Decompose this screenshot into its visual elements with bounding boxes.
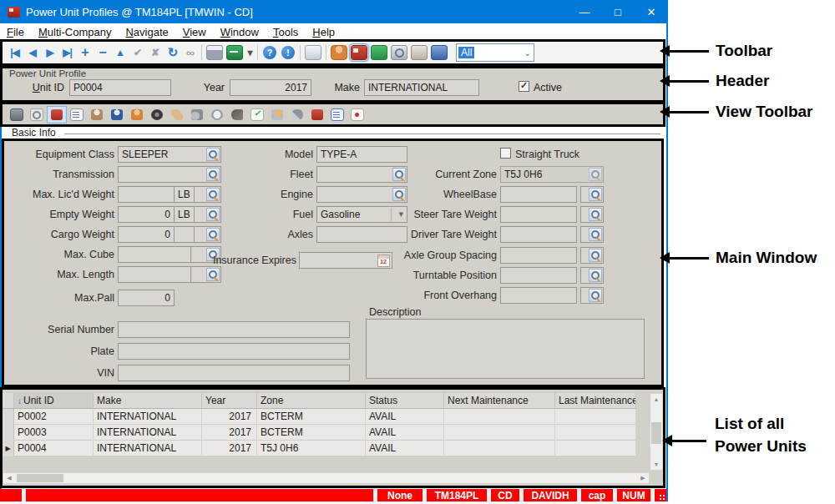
resize-grip[interactable]	[655, 489, 666, 501]
year-field[interactable]: 2017	[230, 79, 311, 96]
description-textarea[interactable]	[366, 319, 645, 379]
lookup-icon[interactable]	[589, 168, 602, 181]
driver-icon[interactable]	[87, 106, 107, 123]
trips-shoe-icon[interactable]	[411, 45, 428, 60]
repair-bandage-icon[interactable]	[167, 106, 187, 123]
table-row-selected[interactable]: ▶ P0004 INTERNATIONAL 2017 T5J 0H6 AVAIL	[3, 441, 636, 456]
parts-icon[interactable]	[187, 106, 207, 123]
document-icon[interactable]	[327, 106, 347, 123]
trace-search-icon[interactable]	[391, 45, 407, 60]
menu-file[interactable]: File	[7, 26, 24, 38]
lookup-icon[interactable]	[589, 269, 602, 282]
scroll-down-icon[interactable]: ▼	[650, 459, 662, 470]
column-header-year[interactable]: Year	[202, 393, 257, 409]
nav-next-icon[interactable]: ▶	[41, 44, 58, 61]
refresh-icon[interactable]: ↻	[164, 44, 181, 61]
vertical-scrollbar[interactable]: ▲ ▼	[650, 393, 663, 471]
help-icon[interactable]: ?	[263, 46, 276, 59]
wheelbase-field[interactable]	[500, 186, 577, 203]
active-checkbox[interactable]	[519, 81, 529, 92]
report-icon[interactable]	[67, 106, 87, 123]
max-length-field[interactable]	[118, 266, 191, 283]
max-length-lookup[interactable]	[190, 266, 221, 283]
menu-navigate[interactable]: Navigate	[125, 26, 168, 38]
tab-basic-info[interactable]: Basic Info	[12, 127, 61, 139]
lookup-icon[interactable]	[589, 188, 602, 201]
nav-prev-icon[interactable]: ◀	[23, 44, 41, 61]
front-overhang-field[interactable]	[500, 287, 577, 304]
maximize-button[interactable]: □	[601, 0, 635, 23]
lookup-icon[interactable]	[589, 249, 602, 262]
certificate-icon[interactable]	[347, 106, 367, 123]
cancel-x-icon[interactable]: ✘	[146, 44, 164, 61]
serial-number-field[interactable]	[118, 321, 350, 338]
menu-multi-company[interactable]: Multi-Company	[38, 26, 111, 38]
scroll-right-icon[interactable]: ▶	[637, 473, 649, 483]
empty-weight-field[interactable]: 0	[118, 206, 175, 223]
add-record-icon[interactable]: +	[76, 44, 94, 61]
make-field[interactable]: INTERNATIONAL	[364, 79, 479, 96]
axle-group-spacing-field[interactable]	[500, 247, 577, 264]
max-licd-weight-field[interactable]	[118, 186, 175, 203]
options-caret-icon[interactable]: ▾	[245, 44, 255, 61]
insurance-expires-field[interactable]	[299, 252, 392, 269]
axle-group-spacing-lookup[interactable]	[580, 247, 604, 264]
lookup-icon[interactable]	[589, 228, 602, 241]
driver-person-icon[interactable]	[331, 45, 347, 60]
key-icon[interactable]	[227, 106, 247, 123]
nav-first-icon[interactable]: |◀	[6, 44, 23, 61]
inspection-check-icon[interactable]	[247, 106, 267, 123]
turntable-position-lookup[interactable]	[580, 267, 604, 284]
print-icon[interactable]	[206, 45, 223, 60]
straight-truck-checkbox[interactable]	[500, 148, 511, 159]
chevron-down-icon[interactable]: ⌄	[524, 48, 531, 58]
tire-icon[interactable]	[147, 106, 167, 123]
menu-window[interactable]: Window	[220, 26, 259, 38]
contact-phone-icon[interactable]	[267, 106, 287, 123]
cargo-weight-field[interactable]: 0	[118, 226, 175, 243]
vin-field[interactable]	[118, 365, 350, 381]
notes-card-icon[interactable]	[305, 45, 321, 60]
column-header-last-maintenance[interactable]: Last Maintenance	[555, 393, 636, 409]
truck-red-icon[interactable]	[307, 106, 327, 123]
safe-icon[interactable]	[7, 106, 27, 123]
steer-tare-weight-lookup[interactable]	[580, 206, 604, 223]
menu-help[interactable]: Help	[312, 26, 335, 38]
move-up-icon[interactable]: ▲	[111, 44, 129, 61]
column-header-next-maintenance[interactable]: Next Maintenance	[444, 393, 555, 409]
max-cube-field[interactable]	[118, 246, 191, 263]
turntable-position-field[interactable]	[500, 267, 577, 284]
binoculars-find-icon[interactable]: ∞	[181, 44, 199, 61]
front-overhang-lookup[interactable]	[580, 287, 604, 304]
table-row[interactable]: P0003 INTERNATIONAL 2017 BCTERM AVAIL	[3, 425, 636, 441]
column-header-unit-id[interactable]: ↓Unit ID	[14, 393, 94, 409]
plate-field[interactable]	[118, 343, 350, 360]
system-computer-icon[interactable]	[431, 45, 448, 60]
column-header-status[interactable]: Status	[366, 393, 444, 409]
driver-tare-weight-lookup[interactable]	[580, 226, 604, 243]
error-info-icon[interactable]: !	[281, 46, 295, 59]
save-check-icon[interactable]: ✔	[129, 44, 146, 61]
minimize-button[interactable]: —	[568, 0, 601, 23]
model-field[interactable]: TYPE-A	[316, 146, 407, 163]
scroll-left-icon[interactable]: ◀	[3, 473, 15, 483]
lookup-icon[interactable]	[589, 208, 602, 221]
current-zone-field[interactable]: T5J 0H6	[500, 166, 604, 183]
max-pall-field[interactable]: 0	[118, 290, 175, 306]
title-bar[interactable]: Power Unit Profiles @ TM184PL [TMWIN - C…	[0, 0, 668, 23]
scroll-up-icon[interactable]: ▲	[650, 394, 662, 405]
table-row[interactable]: P0002 INTERNATIONAL 2017 BCTERM AVAIL	[3, 409, 636, 425]
horizontal-scrollbar[interactable]: ◀ ▶	[3, 472, 650, 484]
record-filter-combobox[interactable]: All ⌄	[456, 43, 534, 62]
lookup-icon[interactable]	[589, 289, 602, 302]
wrench-icon[interactable]	[287, 106, 307, 123]
column-header-zone[interactable]: Zone	[257, 393, 366, 409]
officer-icon[interactable]	[107, 106, 127, 123]
rates-money-icon[interactable]	[371, 45, 387, 60]
audit-options-icon[interactable]	[226, 45, 243, 60]
lookup-icon[interactable]	[206, 268, 220, 281]
column-header-make[interactable]: Make	[94, 393, 202, 409]
wheelbase-lookup[interactable]	[580, 186, 604, 203]
nav-last-icon[interactable]: ▶|	[58, 44, 76, 61]
scroll-thumb[interactable]	[17, 474, 63, 482]
